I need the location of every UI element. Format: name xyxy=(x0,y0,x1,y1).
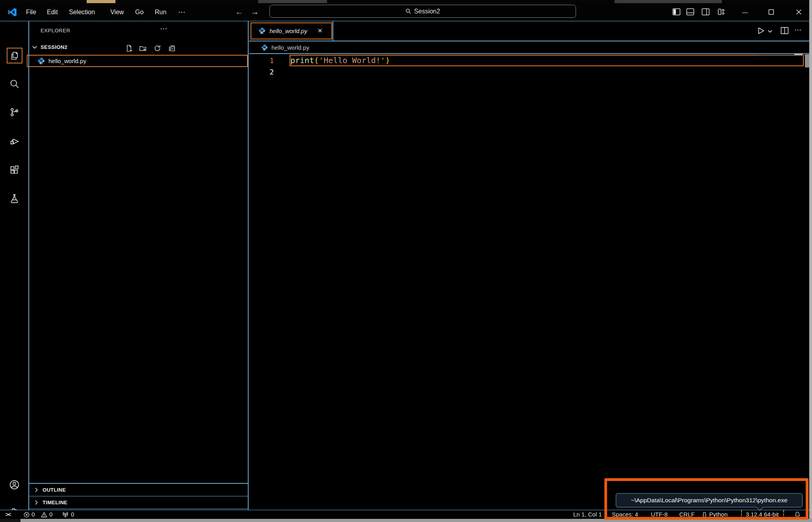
interpreter-tooltip-text: ~\AppData\Local\Programs\Python\Python31… xyxy=(631,497,788,504)
run-and-debug-icon[interactable] xyxy=(9,136,20,147)
window-close-icon[interactable] xyxy=(794,8,803,16)
refresh-icon[interactable] xyxy=(154,45,161,52)
desktop-top-segment xyxy=(615,0,722,3)
code-line-1[interactable]: 1 xyxy=(249,55,274,66)
notifications-bell-icon[interactable] xyxy=(794,511,801,520)
toggle-panel-icon[interactable] xyxy=(686,8,695,16)
outline-label: OUTLINE xyxy=(43,487,66,493)
editor-scrollbar-thumb[interactable] xyxy=(805,54,809,67)
line-number: 2 xyxy=(249,68,274,76)
menu-file[interactable]: File xyxy=(26,3,36,21)
focus-dash-right xyxy=(783,510,784,519)
timeline-section-header[interactable]: TIMELINE xyxy=(29,496,248,509)
file-item-label: hello_world.py xyxy=(48,58,86,64)
breadcrumb-border xyxy=(249,53,809,54)
ports-status[interactable]: 0 xyxy=(62,510,74,519)
indentation-status[interactable]: Spaces: 4 xyxy=(612,510,638,519)
outline-section-header[interactable]: OUTLINE xyxy=(29,484,248,496)
file-item-hello-world[interactable]: hello_world.py xyxy=(27,55,248,67)
toggle-primary-sidebar-icon[interactable] xyxy=(672,8,681,16)
annotation-explorer-icon xyxy=(7,48,22,63)
menu-go[interactable]: Go xyxy=(135,3,143,21)
history-back-icon[interactable]: ← xyxy=(235,3,243,21)
extensions-icon[interactable] xyxy=(9,164,20,175)
sidebar-border xyxy=(248,21,249,510)
command-center-search[interactable]: Session2 xyxy=(269,5,576,18)
editor-more-actions-icon[interactable]: ⋯ xyxy=(794,25,802,34)
menu-more-icon[interactable]: ⋯ xyxy=(178,3,186,21)
line-number: 1 xyxy=(249,56,274,65)
explorer-more-actions-icon[interactable]: ⋯ xyxy=(160,24,167,33)
tab-right-border xyxy=(333,21,333,41)
history-forward-icon[interactable]: → xyxy=(251,3,259,21)
titlebar-border xyxy=(0,21,809,22)
search-icon[interactable] xyxy=(9,78,20,89)
warnings-status[interactable]: 0 xyxy=(41,510,52,519)
remote-indicator-icon[interactable]: >< xyxy=(6,510,10,519)
interpreter-tooltip: ~\AppData\Local\Programs\Python\Python31… xyxy=(616,493,803,507)
language-mode-status[interactable]: {} Python xyxy=(702,510,728,519)
editor-overview-ruler-line xyxy=(758,55,805,55)
timeline-label: TIMELINE xyxy=(43,500,67,505)
run-dropdown-chevron-icon[interactable] xyxy=(767,29,773,34)
warning-icon xyxy=(41,512,47,518)
braces-icon: {} xyxy=(702,510,706,519)
code-line-2[interactable]: 2 xyxy=(249,66,274,78)
tabbar-border xyxy=(249,41,809,41)
annotation-code-line xyxy=(290,55,804,66)
language-label: Python xyxy=(709,510,728,519)
error-count: 0 xyxy=(32,510,35,519)
section-chevron-down-icon[interactable] xyxy=(32,45,37,50)
status-bar: >< 0 0 0 Ln 1, Col 1 Spaces: 4 UTF-8 CRL… xyxy=(0,510,809,519)
outline-border xyxy=(29,496,248,497)
desktop-top-segment xyxy=(87,0,115,3)
section-label-session2[interactable]: SESSION2 xyxy=(41,44,67,50)
breadcrumb-file-label: hello_world.py xyxy=(271,44,309,51)
new-folder-icon[interactable] xyxy=(139,45,147,52)
menu-run[interactable]: Run xyxy=(155,3,166,21)
title-bar: File Edit Selection View Go Run ⋯ ← → Se… xyxy=(0,3,809,21)
collapse-all-icon[interactable] xyxy=(168,45,176,52)
vscode-window: File Edit Selection View Go Run ⋯ ← → Se… xyxy=(0,0,812,522)
eol-status[interactable]: CRLF xyxy=(679,510,695,519)
chevron-right-icon xyxy=(34,487,39,492)
tree-bottom-border xyxy=(29,483,248,484)
encoding-status[interactable]: UTF-8 xyxy=(651,510,668,519)
chevron-right-icon xyxy=(34,500,39,505)
source-control-icon[interactable] xyxy=(9,107,20,117)
desktop-right-strip xyxy=(809,0,812,522)
window-minimize-icon[interactable]: — xyxy=(741,8,749,16)
desktop-top-segment xyxy=(258,0,327,3)
desktop-bottom-strip xyxy=(0,519,812,522)
error-icon xyxy=(24,512,30,518)
python-file-icon xyxy=(37,57,45,65)
menu-selection[interactable]: Selection xyxy=(69,3,95,21)
warning-count: 0 xyxy=(49,510,52,519)
timeline-border xyxy=(29,509,248,509)
explorer-sidebar xyxy=(29,21,248,510)
focus-dash-left xyxy=(741,510,742,519)
split-editor-icon[interactable] xyxy=(780,27,789,34)
radio-tower-icon xyxy=(62,511,69,518)
annotation-tab xyxy=(251,22,332,39)
search-icon xyxy=(405,8,411,14)
menu-edit[interactable]: Edit xyxy=(47,3,58,21)
desktop-bottom-corner xyxy=(0,519,20,522)
breadcrumb[interactable]: hello_world.py xyxy=(249,41,809,53)
account-icon[interactable] xyxy=(9,479,20,490)
toggle-secondary-sidebar-icon[interactable] xyxy=(701,8,710,16)
ports-count: 0 xyxy=(71,510,74,519)
customize-layout-icon[interactable] xyxy=(717,8,726,16)
activitybar-border xyxy=(28,21,29,510)
errors-status[interactable]: 0 xyxy=(24,510,35,519)
testing-icon[interactable] xyxy=(9,193,20,204)
vscode-logo-icon xyxy=(7,7,17,17)
cursor-position-status[interactable]: Ln 1, Col 1 xyxy=(573,510,602,519)
explorer-title: EXPLORER xyxy=(41,28,71,34)
new-file-icon[interactable] xyxy=(125,45,133,52)
menu-view[interactable]: View xyxy=(110,3,124,21)
run-python-file-icon[interactable] xyxy=(756,26,765,35)
window-maximize-icon[interactable] xyxy=(767,8,775,16)
python-file-icon xyxy=(261,44,268,51)
python-interpreter-status[interactable]: 3.12.4 64-bit xyxy=(746,510,779,519)
